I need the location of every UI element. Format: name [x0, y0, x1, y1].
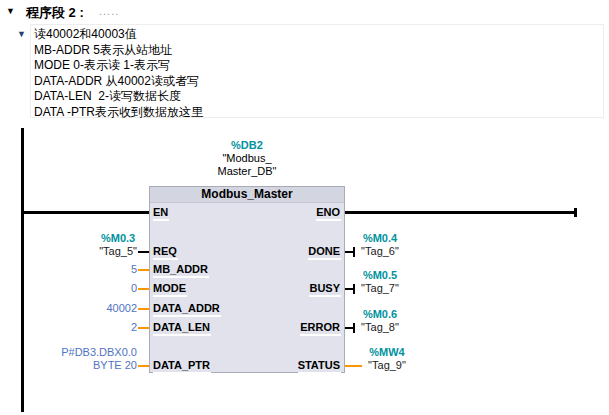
operand-name[interactable]: "Tag_5"	[99, 245, 137, 258]
data-len-wire	[138, 327, 149, 329]
data-addr-value[interactable]: 40002	[106, 302, 137, 315]
eno-wire	[345, 211, 575, 214]
comment-title-line[interactable]: 读40002和40003值	[34, 27, 603, 43]
network-title[interactable]: 程序段 2 :	[26, 4, 84, 22]
data-addr-wire	[138, 308, 149, 310]
operand-address[interactable]: %MW4	[369, 346, 404, 359]
data-ptr-wire	[138, 365, 149, 367]
pin-status: STATUS	[241, 359, 341, 374]
mode-value[interactable]: 0	[131, 282, 137, 295]
req-wire	[138, 251, 149, 253]
busy-operand[interactable]: %M0.5 "Tag_7"	[357, 269, 403, 295]
comment-box[interactable]: 读40002和40003值 MB-ADDR 5表示从站地址 MODE 0-表示读…	[30, 24, 604, 118]
operand-address[interactable]: %M0.3	[101, 232, 135, 245]
network-comment-placeholder[interactable]: .....	[99, 5, 119, 17]
eno-wire-terminator	[574, 208, 577, 217]
operand-name[interactable]: "Tag_9"	[368, 359, 406, 372]
pin-busy: BUSY	[241, 282, 341, 297]
pin-req: REQ	[153, 245, 178, 260]
pin-done: DONE	[241, 245, 341, 260]
db-name-line[interactable]: Master_DB"	[149, 165, 345, 178]
comment-line[interactable]: MB-ADDR 5表示从站地址	[34, 43, 603, 59]
error-wire-terminator	[353, 323, 355, 333]
network-collapse-icon[interactable]: ▼	[6, 6, 15, 16]
operand-address[interactable]: %M0.4	[363, 232, 397, 245]
operand-address[interactable]: %M0.5	[363, 269, 397, 282]
pin-data-addr: DATA_ADDR	[153, 302, 221, 317]
comment-collapse-icon[interactable]: ▼	[17, 29, 26, 39]
block-title[interactable]: Modbus_Master	[150, 187, 344, 203]
pin-en: EN	[153, 206, 169, 221]
pin-mb-addr: MB_ADDR	[153, 263, 209, 278]
db-address[interactable]: %DB2	[149, 139, 345, 152]
comment-line[interactable]: DATA -PTR表示收到数据放这里	[34, 105, 603, 121]
mb-addr-value[interactable]: 5	[131, 263, 137, 276]
pointer-value-line[interactable]: P#DB3.DBX0.0	[61, 346, 137, 359]
pin-data-len: DATA_LEN	[153, 321, 211, 336]
data-len-value[interactable]: 2	[131, 321, 137, 334]
comment-line[interactable]: DATA-ADDR 从40002读或者写	[34, 74, 603, 90]
operand-name[interactable]: "Tag_8"	[361, 321, 399, 334]
mode-wire	[138, 288, 149, 290]
operand-name[interactable]: "Tag_7"	[361, 282, 399, 295]
status-operand[interactable]: %MW4 "Tag_9"	[364, 346, 410, 372]
db-name-line[interactable]: "Modbus_	[149, 152, 345, 165]
pointer-value-line[interactable]: BYTE 20	[93, 359, 137, 372]
operand-address[interactable]: %M0.6	[363, 308, 397, 321]
pin-data-ptr: DATA_PTR	[153, 359, 211, 374]
done-operand[interactable]: %M0.4 "Tag_6"	[357, 232, 403, 258]
comment-line[interactable]: MODE 0-表示读 1-表示写	[34, 58, 603, 74]
error-operand[interactable]: %M0.6 "Tag_8"	[357, 308, 403, 334]
operand-name[interactable]: "Tag_6"	[361, 245, 399, 258]
busy-wire-terminator	[353, 284, 355, 294]
instance-db-label[interactable]: %DB2 "Modbus_ Master_DB"	[149, 139, 345, 178]
pin-error: ERROR	[241, 321, 341, 336]
en-wire	[24, 211, 149, 214]
power-rail	[21, 128, 24, 412]
req-operand[interactable]: %M0.3 "Tag_5"	[99, 232, 137, 258]
status-wire	[345, 365, 362, 367]
pin-eno: ENO	[241, 206, 341, 221]
done-wire-terminator	[353, 247, 355, 257]
network-editor: ▼ 程序段 2 : ..... ▼ 读40002和40003值 MB-ADDR …	[0, 0, 609, 415]
comment-line[interactable]: DATA-LEN 2-读写数据长度	[34, 89, 603, 105]
pin-mode: MODE	[153, 282, 187, 297]
mb-addr-wire	[138, 269, 149, 271]
data-ptr-value[interactable]: P#DB3.DBX0.0 BYTE 20	[61, 346, 137, 372]
